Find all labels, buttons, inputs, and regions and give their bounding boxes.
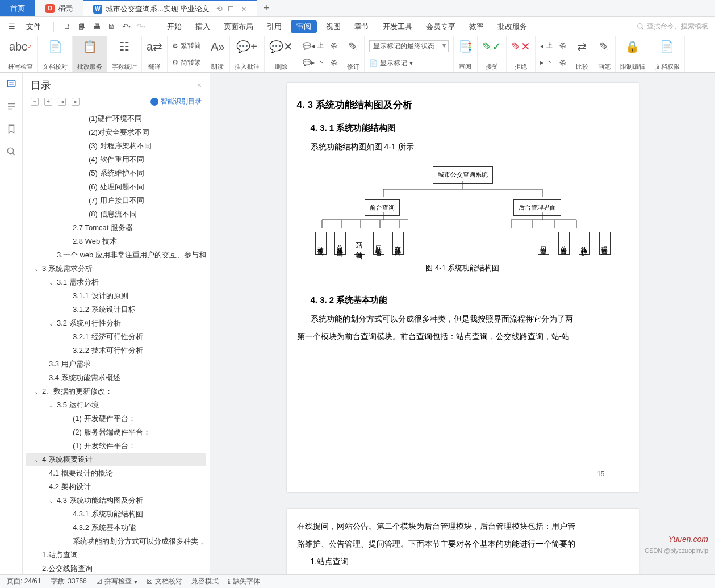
undo-icon[interactable]: ↶▾: [121, 22, 131, 32]
toc-toggle-icon[interactable]: ⌄: [49, 280, 57, 286]
file-menu[interactable]: 文件: [22, 22, 45, 32]
toc-item[interactable]: 3.1.2 系统设计目标: [26, 303, 206, 316]
restrict-editing-button[interactable]: 🔒限制编辑: [616, 36, 650, 72]
command-search[interactable]: 查找命令、搜索模板: [637, 22, 708, 31]
toc-item[interactable]: (3) 对程序架构不同: [26, 139, 206, 153]
toc-item[interactable]: (5) 系统维护不同: [26, 166, 206, 180]
toc-item[interactable]: 3.2.1 经济可行性分析: [26, 330, 206, 344]
insert-comment-button[interactable]: 💬+插入批注: [230, 36, 265, 72]
show-markup-button[interactable]: 📄 显示标记 ▾: [369, 59, 449, 68]
toc-toggle-icon[interactable]: ⌄: [49, 498, 57, 504]
toc-item[interactable]: 4.2 架构设计: [26, 480, 206, 494]
toc-item[interactable]: ⌄4.3 系统功能结构图及分析: [26, 494, 206, 507]
print-preview-icon[interactable]: 🗎: [106, 22, 116, 32]
status-page[interactable]: 页面: 24/61: [7, 577, 41, 586]
toc-toggle-icon[interactable]: ⌄: [34, 457, 42, 463]
menu-reference[interactable]: 引用: [262, 22, 286, 32]
outline-close-icon[interactable]: ×: [197, 81, 202, 90]
menu-layout[interactable]: 页面布局: [219, 22, 258, 32]
bookmark-icon[interactable]: [6, 124, 16, 134]
status-proofing[interactable]: ☒ 文档校对: [147, 577, 182, 586]
save-icon[interactable]: 🗋: [62, 22, 72, 32]
toc-toggle-icon[interactable]: ⌄: [34, 389, 42, 395]
translate-button[interactable]: a⇄翻译: [142, 36, 168, 72]
tab-window-icon[interactable]: [228, 6, 233, 11]
smart-recognize-toc-button[interactable]: 智能识别目录: [150, 97, 202, 106]
redo-icon[interactable]: ↷▾: [136, 22, 146, 32]
toc-item[interactable]: (2) 服务器端硬件平台：: [26, 426, 206, 439]
ink-button[interactable]: ✎画笔: [593, 36, 616, 72]
to-traditional-button[interactable]: ⚙繁转简: [172, 41, 201, 51]
doc-permission-button[interactable]: 📄文档权限: [650, 36, 685, 72]
toc-item[interactable]: (2)对安全要求不同: [26, 126, 206, 139]
delete-comment-button[interactable]: 💬✕删除: [265, 36, 298, 72]
tab-restore-icon[interactable]: ⟲: [216, 5, 223, 13]
outline-list-icon[interactable]: [6, 101, 16, 111]
outline-expand-button[interactable]: +: [44, 98, 52, 106]
status-compat[interactable]: 兼容模式: [191, 577, 219, 586]
toc-item[interactable]: 系统功能的划分方式可以分成很多种类，但是我...: [26, 535, 206, 548]
toc-item[interactable]: 3.3 用户需求: [26, 357, 206, 371]
toc-item[interactable]: ⌄3.2 系统可行性分析: [26, 316, 206, 330]
toc-item[interactable]: 3.4 系统功能需求概述: [26, 371, 206, 385]
toc-item[interactable]: ⌄3 系统需求分析: [26, 262, 206, 276]
menu-batch[interactable]: 批改服务: [493, 22, 532, 32]
display-state-select[interactable]: 显示标记的最终状态: [369, 40, 449, 52]
menu-start[interactable]: 开始: [162, 22, 186, 32]
reject-change-button[interactable]: ✎✕拒绝: [507, 36, 536, 72]
toc-item[interactable]: ⌄3.1 需求分析: [26, 276, 206, 289]
doc-proofing-button[interactable]: 📄文档校对: [38, 36, 73, 72]
prev-change-button[interactable]: ◂ 上一条: [540, 41, 566, 51]
document-canvas[interactable]: 4. 3 系统功能结构图及分析 4. 3. 1 系统功能结构图 系统功能结构图如…: [210, 73, 715, 574]
toc-item[interactable]: (1) 开发硬件平台：: [26, 412, 206, 426]
toc-item[interactable]: (8) 信息流不同: [26, 207, 206, 221]
toc-item[interactable]: 4.3.2 系统基本功能: [26, 521, 206, 535]
tab-document[interactable]: W 城市公交查询系...实现 毕业论文 ⟲ ×: [83, 0, 257, 16]
toc-item[interactable]: (4) 软件重用不同: [26, 153, 206, 166]
toc-item[interactable]: (1)硬件环境不同: [26, 112, 206, 126]
tab-add-button[interactable]: +: [257, 0, 277, 16]
to-simplified-button[interactable]: ⚙简转繁: [172, 58, 201, 68]
menu-view[interactable]: 视图: [321, 22, 345, 32]
save-as-icon[interactable]: 🗐: [77, 22, 87, 32]
print-icon[interactable]: 🖶: [91, 22, 102, 32]
toc-toggle-icon[interactable]: ⌄: [49, 320, 57, 327]
menu-efficiency[interactable]: 效率: [465, 22, 488, 32]
toc-item[interactable]: 1.站点查询: [26, 548, 206, 562]
toc-item[interactable]: 3.一个 web 应用非常注重用户的交互、参与和完成任...: [26, 248, 206, 262]
toc-item[interactable]: ⌄2、数据的更新修改：: [26, 385, 206, 398]
menu-member[interactable]: 会员专享: [421, 22, 460, 32]
toc-item[interactable]: 2.公交线路查询: [26, 562, 206, 574]
outline-collapse-button[interactable]: −: [31, 98, 39, 106]
outline-promote-button[interactable]: ◂: [58, 98, 66, 106]
status-words[interactable]: 字数: 33756: [51, 577, 87, 586]
hamburger-icon[interactable]: ☰: [7, 22, 17, 32]
outline-tab-icon[interactable]: [6, 78, 16, 89]
toc-item[interactable]: ⌄4 系统概要设计: [26, 453, 206, 466]
toc-item[interactable]: 4.1 概要设计的概论: [26, 466, 206, 480]
accept-change-button[interactable]: ✎✓接受: [478, 36, 507, 72]
menu-review[interactable]: 审阅: [291, 20, 317, 33]
tab-doke[interactable]: D 稻壳: [35, 0, 83, 16]
find-icon[interactable]: [6, 147, 16, 157]
spell-check-button[interactable]: abc✓拼写检查: [3, 36, 38, 72]
toc-item[interactable]: (7) 用户接口不同: [26, 194, 206, 207]
toc-toggle-icon[interactable]: ⌄: [34, 266, 42, 272]
read-aloud-button[interactable]: A»朗读: [206, 36, 229, 72]
outline-demote-button[interactable]: ▸: [72, 98, 80, 106]
toc-item[interactable]: 4.3.1 系统功能结构图: [26, 507, 206, 521]
menu-insert[interactable]: 插入: [191, 22, 215, 32]
menu-devtools[interactable]: 开发工具: [378, 22, 417, 32]
toc-item[interactable]: 2.7 Tomcat 服务器: [26, 221, 206, 235]
review-pane-button[interactable]: 📑审阅: [454, 36, 478, 72]
compare-button[interactable]: ⇄比较: [571, 36, 593, 72]
toc-item[interactable]: 3.1.1 设计的原则: [26, 289, 206, 303]
track-changes-button[interactable]: ✎修订: [342, 36, 365, 72]
correction-service-button[interactable]: 📋批改服务: [73, 36, 107, 72]
prev-comment-button[interactable]: 💬◂ 上一条: [303, 41, 337, 51]
toc-item[interactable]: 2.8 Web 技术: [26, 235, 206, 248]
outline-list[interactable]: (1)硬件环境不同(2)对安全要求不同(3) 对程序架构不同(4) 软件重用不同…: [23, 111, 210, 574]
toc-item[interactable]: 3.2.2 技术可行性分析: [26, 344, 206, 357]
next-comment-button[interactable]: 💬▸ 下一条: [303, 58, 337, 68]
toc-item[interactable]: ⌄3.5 运行环境: [26, 398, 206, 412]
